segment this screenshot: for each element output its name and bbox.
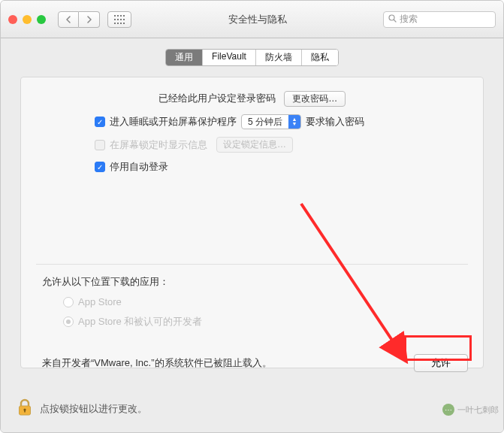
show-all-button[interactable] [107,11,131,28]
svg-rect-1 [117,15,119,17]
svg-rect-11 [123,23,125,24]
grid-icon [114,15,125,24]
watermark: ⋯ 一叶七刺郎 [442,404,499,416]
search-placeholder: 搜索 [400,13,418,26]
lock-footer: 点按锁按钮以进行更改。 [17,398,147,419]
search-input[interactable]: 搜索 [383,11,496,28]
require-password-suffix: 要求输入密码 [306,115,364,129]
svg-rect-2 [120,15,122,17]
password-row: 已经给此用户设定登录密码 更改密码… [36,91,468,107]
back-button[interactable] [58,11,79,28]
lock-icon[interactable] [17,398,32,419]
blocked-row: 来自开发者“VMware, Inc.”的系统软件已被阻止载入。 允许 [42,354,468,372]
require-password-prefix: 进入睡眠或开始屏幕保护程序 [110,115,237,129]
tab-general[interactable]: 通用 [166,50,203,65]
minimize-icon[interactable] [23,15,32,24]
stepper-icon: ▲▼ [288,115,300,129]
divider [36,264,468,265]
tab-privacy[interactable]: 隐私 [302,50,338,65]
search-icon [388,14,397,25]
window-controls [8,15,46,24]
disable-autologin-checkbox[interactable]: ✓ [95,162,105,172]
chevron-right-icon [86,16,92,23]
show-lock-message-checkbox[interactable] [95,140,105,150]
radio-identified[interactable] [63,316,74,327]
close-icon[interactable] [8,15,17,24]
radio-appstore-row: App Store [63,296,468,307]
require-password-row: ✓ 进入睡眠或开始屏幕保护程序 5 分钟后 ▲▼ 要求输入密码 [36,114,468,129]
general-panel: 已经给此用户设定登录密码 更改密码… ✓ 进入睡眠或开始屏幕保护程序 5 分钟后… [20,77,484,368]
svg-rect-9 [117,23,119,24]
require-password-delay-select[interactable]: 5 分钟后 ▲▼ [241,114,301,129]
require-password-delay-value: 5 分钟后 [242,116,288,129]
radio-appstore[interactable] [63,297,74,307]
set-lock-message-button: 设定锁定信息… [216,137,293,153]
disable-autologin-row: ✓ 停用自动登录 [36,160,468,174]
change-password-button[interactable]: 更改密码… [284,91,346,107]
radio-appstore-label: App Store [78,296,122,307]
chevron-left-icon [65,16,72,23]
zoom-icon[interactable] [37,15,46,24]
allow-from-label: 允许从以下位置下载的应用： [42,275,468,289]
wechat-icon: ⋯ [442,404,454,416]
svg-rect-8 [114,23,116,24]
tab-filevault[interactable]: FileVault [203,50,256,65]
tab-firewall[interactable]: 防火墙 [256,50,302,65]
radio-identified-label: App Store 和被认可的开发者 [78,315,202,329]
svg-rect-7 [123,19,125,20]
watermark-text: 一叶七刺郎 [457,404,499,416]
body: 通用 FileVault 防火墙 隐私 已经给此用户设定登录密码 更改密码… ✓… [1,38,503,432]
allow-button[interactable]: 允许 [414,354,468,372]
svg-rect-10 [120,23,122,24]
window-title: 安全性与隐私 [139,13,376,26]
svg-line-13 [394,20,396,22]
show-lock-message-label: 在屏幕锁定时显示信息 [110,138,207,152]
lock-footer-text: 点按锁按钮以进行更改。 [40,402,147,416]
blocked-text: 来自开发者“VMware, Inc.”的系统软件已被阻止载入。 [42,356,272,370]
disable-autologin-label: 停用自动登录 [110,160,168,174]
require-password-checkbox[interactable]: ✓ [95,117,105,127]
svg-rect-4 [114,19,116,20]
svg-rect-3 [123,15,125,17]
svg-rect-0 [114,15,116,17]
svg-rect-5 [117,19,119,20]
password-set-text: 已经给此用户设定登录密码 [158,92,276,104]
nav-back-forward [58,11,100,28]
toolbar: 安全性与隐私 搜索 [1,1,503,38]
svg-rect-6 [120,19,122,20]
radio-identified-row: App Store 和被认可的开发者 [63,315,468,329]
forward-button[interactable] [79,11,100,28]
svg-rect-17 [24,410,26,413]
preferences-window: 安全性与隐私 搜索 通用 FileVault 防火墙 隐私 已经给此用户设定登录… [0,0,504,433]
show-lock-message-row: 在屏幕锁定时显示信息 设定锁定信息… [36,137,468,153]
tabs: 通用 FileVault 防火墙 隐私 [1,49,503,66]
tab-group: 通用 FileVault 防火墙 隐私 [165,49,339,66]
